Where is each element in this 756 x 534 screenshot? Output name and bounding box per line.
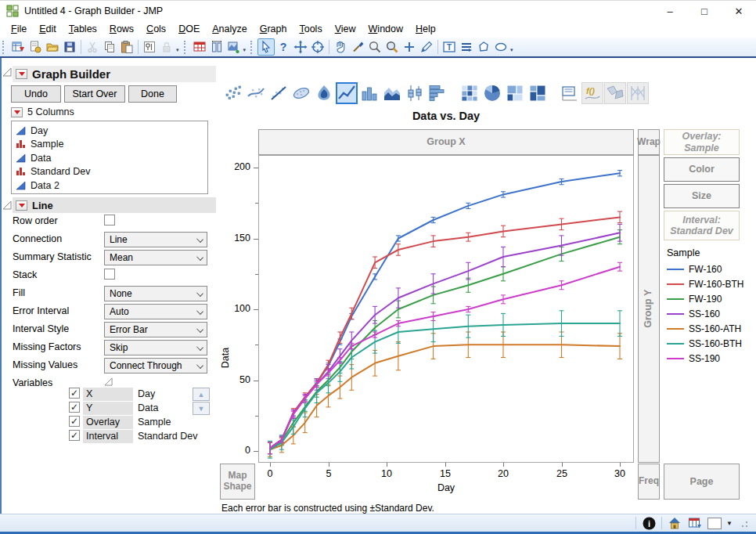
toolbar-overflow-icon[interactable]: ▾ — [510, 47, 513, 53]
columns-red-triangle-icon[interactable] — [11, 107, 23, 117]
column-item-data[interactable]: Data — [16, 151, 207, 165]
start-over-button[interactable]: Start Over — [64, 85, 125, 103]
gallery-caption-box-icon[interactable] — [559, 82, 581, 104]
open-icon[interactable] — [44, 38, 61, 56]
menu-graph[interactable]: Graph — [254, 22, 293, 36]
menu-help[interactable]: Help — [409, 22, 442, 36]
data-table-icon[interactable] — [191, 38, 208, 56]
gallery-contour-icon[interactable] — [313, 82, 335, 104]
polygon-icon[interactable] — [475, 38, 492, 56]
help-icon[interactable]: ? — [275, 38, 292, 56]
move-icon[interactable] — [292, 38, 309, 56]
text-box-icon[interactable]: T — [441, 38, 458, 56]
column-item-day[interactable]: Day — [16, 124, 207, 138]
legend-item-fw-190[interactable]: FW-190 — [667, 291, 753, 306]
brush-icon[interactable] — [349, 38, 366, 56]
row-order-checkbox[interactable] — [104, 215, 115, 226]
column-item-sample[interactable]: Sample — [16, 138, 207, 152]
column-item-data-2[interactable]: Data 2 — [16, 179, 207, 193]
color-zone[interactable]: Color — [664, 157, 740, 182]
crosshair-icon[interactable] — [401, 38, 418, 56]
stack-checkbox[interactable] — [104, 269, 115, 280]
window-table-icon[interactable] — [687, 515, 703, 531]
gallery-mosaic-icon[interactable] — [527, 82, 549, 104]
done-button[interactable]: Done — [128, 85, 177, 103]
freq-zone[interactable]: Freq — [638, 464, 660, 500]
gallery-heatmap-icon[interactable] — [459, 82, 481, 104]
pencil-icon[interactable] — [418, 38, 435, 56]
page-zone[interactable]: Page — [664, 464, 740, 500]
magnifier-icon[interactable] — [383, 38, 401, 56]
lock-icon[interactable] — [158, 38, 175, 56]
legend-item-ss-160-bth[interactable]: SS-160-BTH — [667, 336, 753, 351]
info-icon[interactable]: i — [641, 515, 657, 531]
gallery-treemap-icon[interactable] — [504, 82, 526, 104]
gallery-line-of-fit-icon[interactable] — [268, 82, 290, 104]
error-interval-select[interactable]: Auto — [104, 304, 207, 319]
cut-icon[interactable] — [84, 38, 101, 56]
overlay-zone[interactable]: Overlay: Sample — [664, 129, 740, 155]
menu-file[interactable]: File — [5, 22, 33, 36]
var-checkbox-y[interactable]: ✓ — [69, 402, 80, 413]
menu-tables[interactable]: Tables — [63, 22, 103, 36]
add-graph-icon[interactable] — [225, 38, 243, 56]
legend-item-ss-190[interactable]: SS-190 — [667, 351, 753, 366]
menu-edit[interactable]: Edit — [33, 22, 63, 36]
gallery-formula-icon[interactable]: f() — [581, 82, 603, 104]
gallery-line-icon[interactable] — [336, 82, 358, 104]
var-checkbox-x[interactable]: ✓ — [69, 388, 80, 399]
maximize-button[interactable]: □ — [687, 1, 722, 21]
new-script-icon[interactable] — [27, 38, 44, 56]
red-triangle-menu-icon[interactable] — [16, 69, 27, 79]
close-button[interactable]: ✕ — [722, 1, 756, 21]
toolbar-overflow-icon[interactable]: ▾ — [176, 47, 179, 53]
toolbar-grip[interactable] — [250, 41, 254, 54]
menu-window[interactable]: Window — [362, 22, 409, 36]
properties-icon[interactable] — [141, 38, 158, 56]
color-swatch[interactable] — [707, 518, 722, 529]
missing-values-select[interactable]: Connect Through — [104, 358, 207, 373]
resize-grip[interactable] — [740, 518, 748, 528]
toolbar-overflow-icon[interactable]: ▾ — [243, 47, 247, 53]
menu-cols[interactable]: Cols — [140, 22, 172, 36]
legend-item-fw-160-bth[interactable]: FW-160-BTH — [667, 276, 753, 291]
gallery-pie-icon[interactable] — [481, 82, 503, 104]
summary-statistic-select[interactable]: Mean — [104, 250, 207, 265]
outline-disclosure-icon[interactable] — [2, 67, 12, 77]
group-y-zone[interactable]: Group Y — [638, 155, 660, 463]
move-up-button[interactable]: ▲ — [193, 388, 210, 401]
save-icon[interactable] — [61, 38, 78, 56]
line-red-triangle-icon[interactable] — [16, 200, 27, 211]
map-shape-zone[interactable]: Map Shape — [220, 464, 255, 500]
gallery-bar-icon[interactable] — [358, 82, 380, 104]
oval-icon[interactable] — [492, 38, 509, 56]
variables-disclosure-icon[interactable] — [104, 377, 113, 386]
lasso-icon[interactable] — [366, 38, 383, 56]
copy-icon[interactable] — [101, 38, 118, 56]
legend-item-fw-160[interactable]: FW-160 — [667, 262, 753, 276]
legend-item-ss-160-ath[interactable]: SS-160-ATH — [667, 321, 753, 336]
new-journal-icon[interactable] — [9, 38, 27, 56]
wrap-zone[interactable]: Wrap — [638, 129, 660, 155]
paste-icon[interactable] — [118, 38, 135, 56]
plot-area[interactable] — [258, 155, 634, 463]
line-disclosure-icon[interactable] — [2, 200, 12, 210]
gallery-smoother-icon[interactable] — [245, 82, 267, 104]
move-down-button[interactable]: ▼ — [193, 402, 210, 415]
menu-analyze[interactable]: Analyze — [206, 22, 253, 36]
minimize-button[interactable]: – — [653, 1, 687, 21]
gallery-box-plot-icon[interactable] — [404, 82, 426, 104]
fill-select[interactable]: None — [104, 286, 207, 301]
home-icon[interactable] — [667, 515, 682, 531]
gallery-points-icon[interactable] — [222, 82, 244, 104]
var-checkbox-overlay[interactable]: ✓ — [69, 416, 80, 427]
menu-rows[interactable]: Rows — [103, 22, 140, 36]
gallery-histogram-icon[interactable] — [427, 82, 448, 104]
legend-item-ss-160[interactable]: SS-160 — [667, 306, 753, 321]
gallery-ellipse-icon[interactable] — [290, 82, 312, 104]
interval-zone[interactable]: Interval:Standard Dev — [664, 211, 740, 240]
arrow-cursor-icon[interactable] — [257, 38, 275, 56]
gallery-area-icon[interactable] — [381, 82, 403, 104]
column-item-standard-dev[interactable]: Standard Dev — [16, 165, 207, 179]
toolbar-grip[interactable] — [184, 41, 188, 54]
